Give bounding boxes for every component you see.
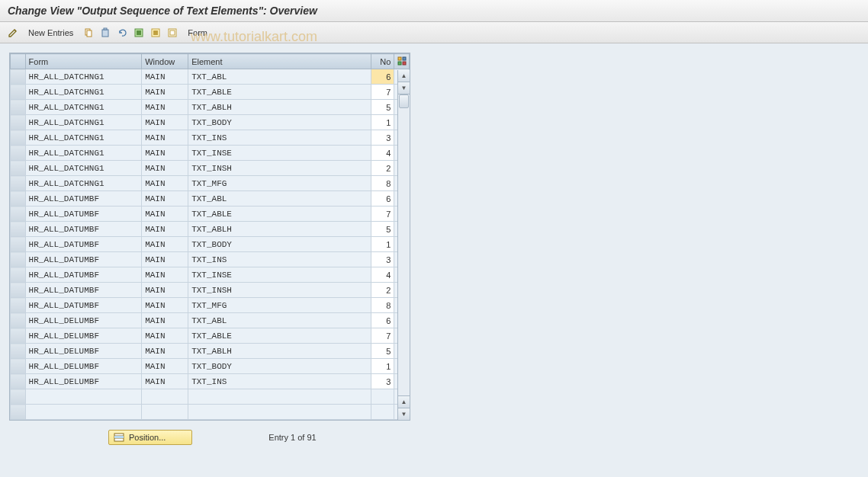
- cell-no[interactable]: 3: [371, 374, 394, 389]
- select-block-icon[interactable]: [149, 26, 162, 40]
- cell-form[interactable]: HR_ALL_DATUMBF: [25, 283, 142, 298]
- row-selector[interactable]: [11, 313, 26, 328]
- row-selector[interactable]: [11, 222, 26, 237]
- cell-window[interactable]: MAIN: [142, 115, 188, 130]
- cell-window[interactable]: MAIN: [142, 161, 188, 176]
- row-selector[interactable]: [11, 85, 26, 100]
- cell-window[interactable]: MAIN: [142, 130, 188, 146]
- cell-no[interactable]: 5: [371, 222, 394, 237]
- cell-no[interactable]: 5: [371, 100, 394, 115]
- cell-element[interactable]: TXT_ABLE: [188, 206, 371, 222]
- cell-element[interactable]: TXT_INSH: [188, 161, 371, 176]
- table-row[interactable]: HR_ALL_DATCHNG1MAINTXT_MFG8: [11, 176, 410, 191]
- cell-window[interactable]: MAIN: [142, 222, 188, 237]
- cell-form[interactable]: HR_ALL_DATUMBF: [25, 298, 142, 313]
- cell-form[interactable]: HR_ALL_DATCHNG1: [25, 130, 142, 146]
- cell-element[interactable]: TXT_ABLH: [188, 222, 371, 237]
- cell-no[interactable]: 6: [371, 191, 394, 206]
- row-selector[interactable]: [11, 130, 26, 146]
- cell-element[interactable]: TXT_INS: [188, 130, 371, 146]
- row-selector[interactable]: [11, 298, 26, 313]
- cell-no[interactable]: 4: [371, 146, 394, 161]
- header-form[interactable]: Form: [25, 54, 142, 69]
- cell-window[interactable]: MAIN: [142, 69, 188, 85]
- cell-window[interactable]: MAIN: [142, 374, 188, 389]
- row-selector[interactable]: [11, 191, 26, 206]
- cell-no[interactable]: 8: [371, 176, 394, 191]
- cell-no[interactable]: 7: [371, 328, 394, 344]
- cell-window[interactable]: MAIN: [142, 206, 188, 222]
- cell-element[interactable]: TXT_ABL: [188, 191, 371, 206]
- vertical-scrollbar[interactable]: ▲ ▼ ▲ ▼: [397, 70, 410, 420]
- cell-form[interactable]: HR_ALL_DELUMBF: [25, 313, 142, 328]
- table-row[interactable]: HR_ALL_DELUMBFMAINTXT_INS3: [11, 374, 410, 389]
- scroll-down-small-icon[interactable]: ▼: [398, 82, 410, 94]
- table-row[interactable]: HR_ALL_DATUMBFMAINTXT_ABLE7: [11, 206, 410, 222]
- form-button[interactable]: Form: [182, 26, 213, 40]
- cell-no[interactable]: 3: [371, 252, 394, 267]
- cell-no[interactable]: 6: [371, 69, 394, 85]
- cell-element[interactable]: TXT_MFG: [188, 176, 371, 191]
- row-selector[interactable]: [11, 267, 26, 283]
- row-selector[interactable]: [11, 161, 26, 176]
- cell-window[interactable]: MAIN: [142, 191, 188, 206]
- new-entries-button[interactable]: New Entries: [23, 26, 79, 40]
- table-row[interactable]: HR_ALL_DELUMBFMAINTXT_ABLH5: [11, 344, 410, 359]
- scroll-up-icon[interactable]: ▲: [398, 70, 410, 82]
- table-row[interactable]: HR_ALL_DATCHNG1MAINTXT_ABLE7: [11, 85, 410, 100]
- cell-window[interactable]: MAIN: [142, 237, 188, 252]
- scroll-up-small-icon[interactable]: ▲: [398, 395, 410, 408]
- cell-form[interactable]: HR_ALL_DELUMBF: [25, 374, 142, 389]
- row-selector[interactable]: [11, 100, 26, 115]
- cell-form[interactable]: HR_ALL_DELUMBF: [25, 344, 142, 359]
- cell-no[interactable]: 1: [371, 359, 394, 374]
- cell-form[interactable]: HR_ALL_DELUMBF: [25, 328, 142, 344]
- row-selector[interactable]: [11, 206, 26, 222]
- row-selector[interactable]: [11, 374, 26, 389]
- row-selector[interactable]: [11, 115, 26, 130]
- row-selector[interactable]: [11, 237, 26, 252]
- cell-no[interactable]: 4: [371, 267, 394, 283]
- cell-window[interactable]: MAIN: [142, 100, 188, 115]
- cell-form[interactable]: HR_ALL_DATCHNG1: [25, 176, 142, 191]
- cell-element[interactable]: TXT_INSH: [188, 283, 371, 298]
- position-button[interactable]: Position...: [108, 430, 192, 445]
- header-selector[interactable]: [11, 54, 26, 69]
- cell-form[interactable]: HR_ALL_DATCHNG1: [25, 85, 142, 100]
- header-element[interactable]: Element: [188, 54, 371, 69]
- row-selector[interactable]: [11, 359, 26, 374]
- table-row[interactable]: HR_ALL_DATUMBFMAINTXT_INS3: [11, 252, 410, 267]
- deselect-all-icon[interactable]: [166, 26, 179, 40]
- cell-form[interactable]: HR_ALL_DATCHNG1: [25, 161, 142, 176]
- header-window[interactable]: Window: [142, 54, 188, 69]
- cell-no[interactable]: 1: [371, 237, 394, 252]
- cell-no[interactable]: 6: [371, 313, 394, 328]
- cell-element[interactable]: TXT_MFG: [188, 298, 371, 313]
- cell-no[interactable]: 8: [371, 298, 394, 313]
- select-all-icon[interactable]: [132, 26, 146, 40]
- cell-no[interactable]: 5: [371, 344, 394, 359]
- cell-element[interactable]: TXT_ABLH: [188, 344, 371, 359]
- cell-form[interactable]: HR_ALL_DATUMBF: [25, 222, 142, 237]
- cell-window[interactable]: MAIN: [142, 85, 188, 100]
- row-selector[interactable]: [11, 69, 26, 85]
- cell-form[interactable]: HR_ALL_DATUMBF: [25, 206, 142, 222]
- table-row[interactable]: HR_ALL_DELUMBFMAINTXT_ABL6: [11, 313, 410, 328]
- delete-icon[interactable]: [98, 26, 112, 40]
- table-row[interactable]: HR_ALL_DATUMBFMAINTXT_MFG8: [11, 298, 410, 313]
- cell-form[interactable]: HR_ALL_DATCHNG1: [25, 115, 142, 130]
- cell-element[interactable]: TXT_INSE: [188, 267, 371, 283]
- cell-form[interactable]: HR_ALL_DATUMBF: [25, 252, 142, 267]
- table-row[interactable]: HR_ALL_DATUMBFMAINTXT_BODY1: [11, 237, 410, 252]
- change-icon[interactable]: [6, 26, 20, 40]
- cell-element[interactable]: TXT_BODY: [188, 115, 371, 130]
- cell-form[interactable]: HR_ALL_DATUMBF: [25, 267, 142, 283]
- table-row[interactable]: HR_ALL_DATCHNG1MAINTXT_INSH2: [11, 161, 410, 176]
- cell-element[interactable]: TXT_BODY: [188, 237, 371, 252]
- cell-form[interactable]: HR_ALL_DATCHNG1: [25, 100, 142, 115]
- header-no[interactable]: No: [371, 54, 394, 69]
- cell-no[interactable]: 7: [371, 85, 394, 100]
- cell-element[interactable]: TXT_ABLE: [188, 85, 371, 100]
- cell-window[interactable]: MAIN: [142, 146, 188, 161]
- cell-element[interactable]: TXT_ABLH: [188, 100, 371, 115]
